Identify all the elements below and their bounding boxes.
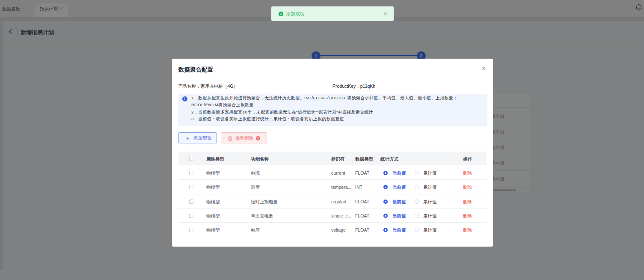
- svg-text:?: ?: [257, 137, 259, 140]
